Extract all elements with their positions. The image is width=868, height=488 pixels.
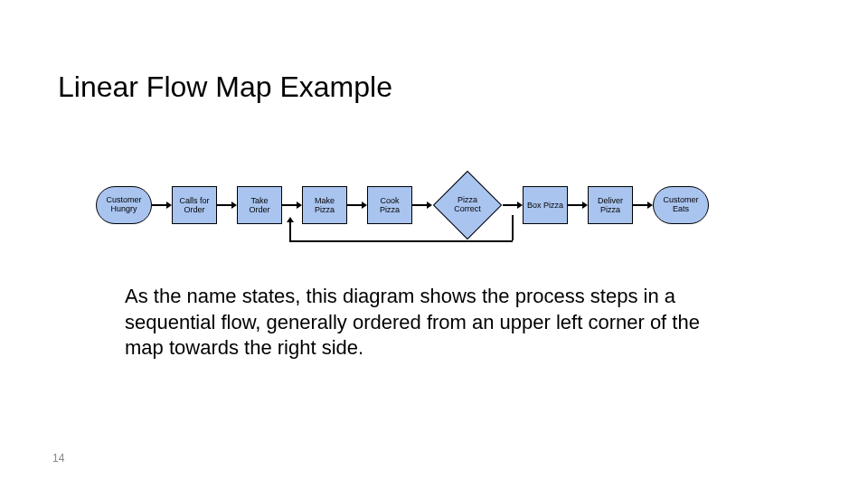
terminator-start: Customer Hungry	[96, 186, 152, 224]
process-step: Take Order	[237, 186, 282, 224]
arrow-icon	[217, 205, 237, 206]
arrow-icon	[633, 205, 653, 206]
page-number: 14	[52, 452, 64, 465]
decision-label: Pizza Correct	[445, 196, 490, 214]
process-step: Box Pizza	[523, 186, 568, 224]
arrow-up-icon	[287, 217, 294, 222]
arrow-icon	[503, 205, 523, 206]
description-text: As the name states, this diagram shows t…	[125, 284, 740, 361]
feedback-loop	[289, 215, 517, 248]
terminator-end: Customer Eats	[653, 186, 709, 224]
arrow-icon	[568, 205, 588, 206]
process-step: Calls for Order	[172, 186, 217, 224]
arrow-icon	[282, 205, 302, 206]
page-title: Linear Flow Map Example	[58, 70, 392, 104]
process-step: Deliver Pizza	[588, 186, 633, 224]
arrow-icon	[152, 205, 172, 206]
arrow-icon	[347, 205, 367, 206]
arrow-icon	[412, 205, 432, 206]
